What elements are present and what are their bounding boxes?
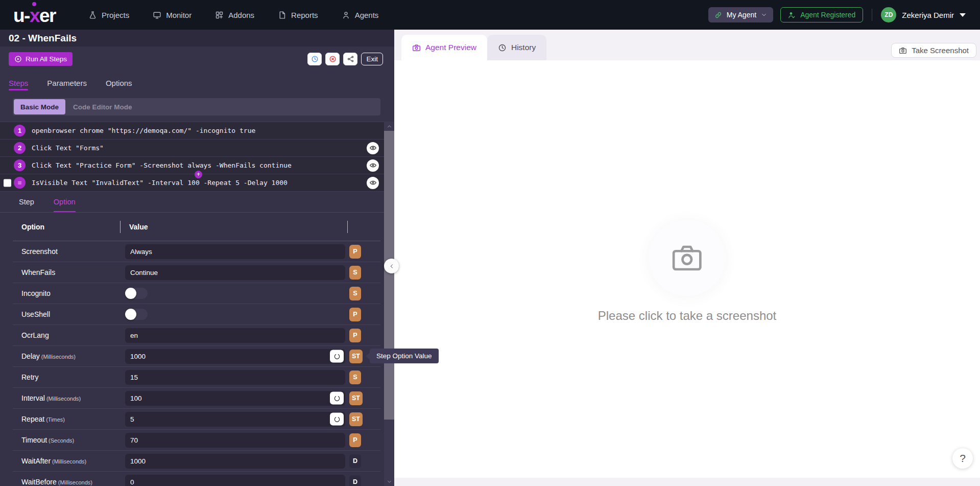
- camera-placeholder-button[interactable]: [649, 220, 725, 296]
- basic-mode-button[interactable]: Basic Mode: [14, 99, 65, 114]
- nav-item-addons[interactable]: Addons: [215, 11, 254, 19]
- avatar[interactable]: ZD: [881, 7, 896, 22]
- collapse-panel-button[interactable]: [384, 259, 399, 273]
- reset-icon[interactable]: [330, 350, 344, 363]
- option-scope-badge[interactable]: P: [349, 329, 361, 342]
- reports-icon: [278, 11, 286, 19]
- run-all-steps-button[interactable]: Run All Steps: [9, 52, 73, 66]
- logo-x: x: [30, 5, 39, 25]
- option-row: ScreenshotP: [13, 241, 380, 262]
- history-icon: [498, 43, 507, 52]
- panel-tabs: Steps Parameters Options: [0, 71, 394, 95]
- nav-item-reports[interactable]: Reports: [278, 11, 318, 19]
- option-row: IncognitoS: [13, 283, 380, 304]
- tab-agent-preview[interactable]: Agent Preview: [401, 35, 487, 60]
- tab-step[interactable]: Step: [19, 192, 34, 212]
- column-resize-handle[interactable]: [120, 221, 121, 233]
- step-menu-icon[interactable]: ≡: [14, 177, 26, 189]
- help-button[interactable]: ?: [952, 448, 973, 469]
- step-checkbox[interactable]: [4, 179, 11, 187]
- option-scope-badge[interactable]: D: [349, 454, 361, 468]
- step-number-badge: 3: [14, 159, 26, 171]
- scrollbar-thumb[interactable]: [384, 131, 394, 420]
- take-screenshot-label: Take Screenshot: [912, 46, 969, 55]
- eye-icon[interactable]: [367, 142, 379, 154]
- incognito-toggle[interactable]: [125, 288, 148, 299]
- nav-divider: [872, 9, 872, 21]
- camera-icon: [667, 241, 707, 275]
- waitafter-input[interactable]: [125, 454, 345, 469]
- preview-content: Please click to take a screenshot ?: [394, 60, 980, 478]
- option-scope-badge[interactable]: S: [349, 371, 361, 384]
- exit-button[interactable]: Exit: [361, 53, 383, 65]
- nav-item-monitor[interactable]: Monitor: [153, 11, 192, 19]
- run-all-steps-label: Run All Steps: [26, 55, 67, 63]
- reset-icon[interactable]: [330, 392, 344, 405]
- option-scope-badge[interactable]: P: [349, 245, 361, 259]
- column-resize-handle[interactable]: [347, 221, 348, 233]
- option-scope-badge[interactable]: S: [349, 287, 361, 300]
- scroll-down-icon[interactable]: [384, 477, 394, 485]
- option-scope-badge[interactable]: S: [349, 266, 361, 280]
- useshell-toggle[interactable]: [125, 309, 148, 320]
- tab-option[interactable]: Option: [54, 192, 76, 212]
- option-row: Timeout(Seconds)P: [13, 430, 380, 451]
- whenfails-input[interactable]: [125, 265, 345, 280]
- interval-input[interactable]: [125, 391, 345, 406]
- uxer-logo[interactable]: u-xer: [13, 5, 56, 25]
- top-nav: u-xer ProjectsMonitorAddonsReportsAgents…: [0, 0, 980, 30]
- scroll-up-icon[interactable]: [384, 122, 394, 130]
- timeout-input[interactable]: [125, 433, 345, 448]
- screenshot-placeholder: Please click to take a screenshot: [598, 220, 777, 323]
- delay-input[interactable]: [125, 349, 345, 364]
- eye-icon[interactable]: [367, 159, 379, 172]
- step-row[interactable]: 1openbrowser chrome "https://demoqa.com/…: [0, 122, 394, 140]
- schedule-button[interactable]: [307, 53, 322, 65]
- preview-tabs: Agent Preview History: [401, 35, 546, 60]
- option-scope-badge[interactable]: D: [349, 475, 361, 486]
- run-toolbar: Run All Steps Exit: [0, 47, 394, 71]
- screenshot-input[interactable]: [125, 244, 345, 259]
- nav-item-label: Agents: [355, 11, 379, 19]
- monitor-icon: [153, 11, 161, 19]
- addons-icon: [215, 11, 224, 19]
- step-row[interactable]: 2Click Text "Forms": [0, 140, 394, 157]
- scrollbar[interactable]: [384, 122, 394, 486]
- nav-item-agents[interactable]: Agents: [342, 11, 379, 19]
- cancel-icon: [329, 55, 337, 63]
- add-step-button[interactable]: +: [195, 171, 202, 178]
- link-icon: [714, 11, 722, 19]
- share-button[interactable]: [343, 53, 357, 65]
- tab-options[interactable]: Options: [106, 71, 132, 95]
- option-row: UseShellP: [13, 304, 380, 325]
- tab-history[interactable]: History: [487, 35, 546, 60]
- repeat-input[interactable]: [125, 412, 345, 427]
- waitbefore-input[interactable]: [125, 475, 345, 486]
- mode-toggle: Basic Mode Code Editor Mode: [13, 98, 380, 115]
- retry-input[interactable]: [125, 370, 345, 385]
- option-scope-badge[interactable]: P: [349, 433, 361, 447]
- option-label: Incognito: [21, 289, 51, 297]
- tab-parameters[interactable]: Parameters: [47, 71, 87, 95]
- cancel-button[interactable]: [325, 53, 340, 65]
- ocrlang-input[interactable]: [125, 328, 345, 343]
- user-name[interactable]: Zekeriya Demir: [902, 11, 954, 19]
- chevron-left-icon: [389, 263, 395, 269]
- toggle-knob: [125, 288, 136, 299]
- nav-item-projects[interactable]: Projects: [88, 11, 129, 19]
- option-scope-badge[interactable]: ST: [349, 350, 363, 363]
- user-caret-icon[interactable]: [960, 13, 966, 17]
- tab-steps[interactable]: Steps: [9, 71, 28, 95]
- option-unit: (Milliseconds): [58, 479, 92, 485]
- code-editor-mode-button[interactable]: Code Editor Mode: [73, 103, 132, 111]
- option-scope-badge[interactable]: ST: [349, 412, 363, 426]
- option-scope-badge[interactable]: P: [349, 308, 361, 321]
- camera-icon: [899, 47, 907, 55]
- reset-icon[interactable]: [330, 413, 344, 426]
- eye-icon[interactable]: [367, 177, 379, 189]
- take-screenshot-button[interactable]: Take Screenshot: [891, 43, 976, 58]
- my-agent-dropdown[interactable]: My Agent: [708, 7, 773, 22]
- option-scope-badge[interactable]: ST: [349, 391, 363, 405]
- agent-registered-button[interactable]: Agent Registered: [780, 7, 863, 22]
- option-row: OcrLangP: [13, 325, 380, 346]
